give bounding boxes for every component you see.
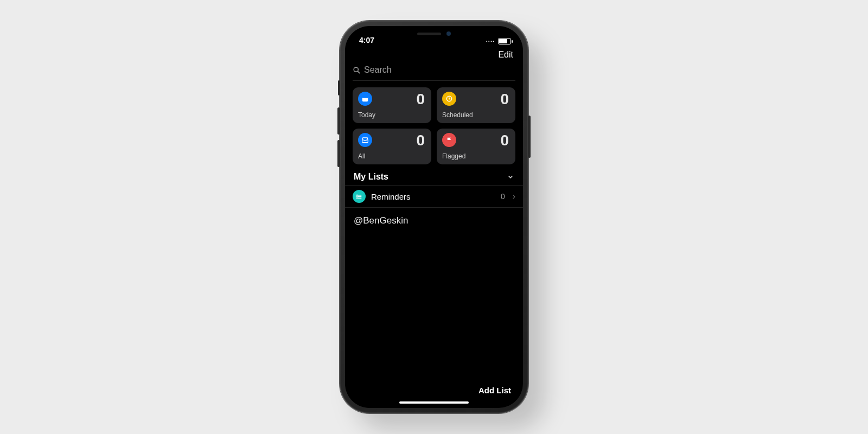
search-icon: [353, 66, 361, 74]
screen: 4:07 ···· Edit Search: [345, 26, 523, 408]
card-label: Today: [358, 111, 425, 119]
phone-frame: 4:07 ···· Edit Search: [340, 21, 528, 413]
search-placeholder: Search: [364, 65, 392, 75]
nav-bar: Edit: [345, 46, 523, 62]
status-time: 4:07: [359, 36, 374, 44]
bottom-bar: Add List: [345, 380, 523, 399]
list-icon: [353, 190, 366, 203]
list-row-reminders[interactable]: Reminders 0 ›: [345, 185, 523, 208]
home-indicator[interactable]: [399, 401, 469, 404]
edit-button[interactable]: Edit: [498, 50, 513, 60]
card-label: All: [358, 152, 425, 160]
svg-rect-3: [362, 97, 368, 98]
card-scheduled[interactable]: 0 Scheduled: [437, 87, 515, 123]
status-right: ····: [486, 38, 511, 44]
add-list-button[interactable]: Add List: [478, 386, 511, 395]
signal-dots: ····: [486, 38, 495, 44]
chevron-right-icon: ›: [513, 192, 515, 201]
clock-icon: [442, 92, 456, 106]
section-title: My Lists: [354, 172, 388, 182]
card-label: Flagged: [442, 152, 509, 160]
card-flagged[interactable]: 0 Flagged: [437, 129, 515, 164]
svg-point-9: [356, 196, 357, 196]
svg-point-0: [354, 67, 358, 72]
svg-point-10: [356, 197, 357, 198]
card-label: Scheduled: [442, 111, 509, 119]
flag-icon: [442, 133, 456, 147]
volume-down-button: [337, 140, 340, 167]
battery-icon: [498, 38, 511, 44]
summary-cards: 0 Today 0 Scheduled 0: [345, 81, 523, 169]
chevron-down-icon: [507, 173, 514, 181]
speaker-grille: [417, 33, 441, 35]
front-camera: [446, 31, 451, 36]
my-lists-header[interactable]: My Lists: [345, 169, 523, 185]
watermark-text: @BenGeskin: [345, 208, 523, 234]
svg-point-8: [356, 195, 357, 195]
calendar-icon: [358, 92, 372, 106]
card-count: 0: [500, 133, 509, 148]
volume-up-button: [337, 107, 340, 135]
card-count: 0: [416, 92, 425, 107]
card-count: 0: [500, 92, 509, 107]
search-field[interactable]: Search: [353, 65, 515, 75]
list-name: Reminders: [371, 192, 411, 201]
mute-switch: [338, 80, 340, 95]
notch: [388, 26, 480, 41]
card-today[interactable]: 0 Today: [353, 87, 431, 123]
list-count: 0: [501, 192, 505, 201]
power-button: [528, 116, 531, 158]
card-count: 0: [416, 133, 425, 148]
card-all[interactable]: 0 All: [353, 129, 431, 164]
tray-icon: [358, 133, 372, 147]
svg-line-1: [358, 71, 360, 73]
